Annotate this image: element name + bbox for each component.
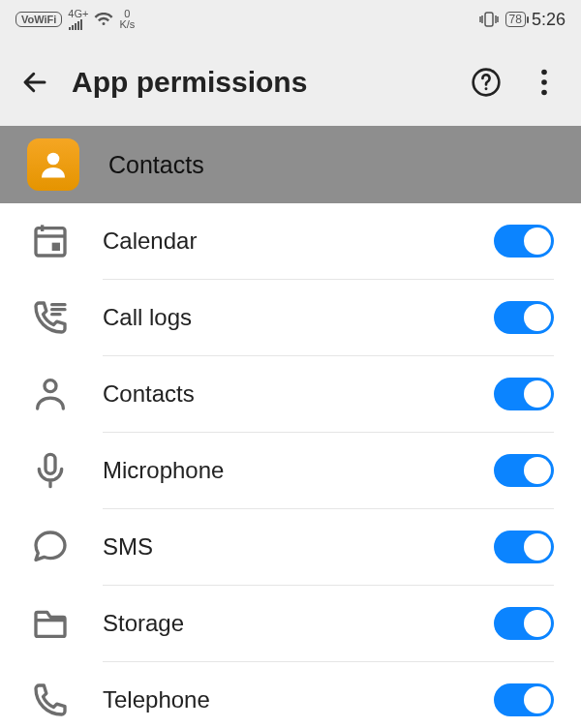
svg-point-4: [541, 79, 547, 85]
permissions-list: Calendar Call logs Contacts Microphone S…: [0, 203, 581, 728]
svg-point-2: [485, 87, 488, 90]
svg-point-5: [541, 90, 547, 96]
vibrate-icon: [478, 12, 500, 27]
permission-row-calendar[interactable]: Calendar: [0, 203, 581, 279]
battery-indicator: 78: [505, 12, 526, 27]
status-left: VoWiFi 4G+ 0 K/s: [15, 9, 135, 31]
wifi-calling-indicator: VoWiFi: [15, 12, 62, 27]
app-name: Contacts: [108, 151, 204, 179]
help-button[interactable]: [467, 63, 505, 102]
permission-label: Storage: [103, 610, 465, 637]
help-icon: [471, 67, 502, 98]
status-right: 78 5:26: [478, 10, 566, 30]
contacts-icon: [27, 375, 74, 413]
clock: 5:26: [532, 10, 566, 30]
permission-row-call-logs[interactable]: Call logs: [0, 280, 581, 355]
permission-toggle[interactable]: [494, 531, 554, 563]
back-button[interactable]: [17, 65, 52, 100]
permission-row-microphone[interactable]: Microphone: [0, 433, 581, 508]
storage-icon: [27, 604, 74, 643]
permission-row-sms[interactable]: SMS: [0, 509, 581, 585]
permission-label: Telephone: [103, 686, 465, 713]
permission-toggle[interactable]: [494, 225, 554, 258]
permission-toggle[interactable]: [494, 683, 554, 716]
page-title: App permissions: [72, 66, 447, 99]
microphone-icon: [27, 451, 74, 490]
overflow-menu-button[interactable]: [525, 63, 564, 102]
svg-rect-7: [36, 228, 65, 256]
permission-label: Call logs: [103, 304, 465, 331]
more-vert-icon: [540, 69, 548, 96]
svg-rect-8: [52, 243, 60, 251]
signal-indicator: 4G+: [68, 9, 88, 31]
app-icon: [27, 138, 79, 191]
arrow-left-icon: [20, 68, 49, 97]
svg-point-6: [47, 153, 60, 166]
wifi-icon: [94, 13, 113, 26]
calendar-icon: [27, 222, 74, 260]
permission-label: Calendar: [103, 228, 465, 255]
permission-row-storage[interactable]: Storage: [0, 586, 581, 661]
network-speed: 0 K/s: [119, 9, 135, 30]
signal-label: 4G+: [68, 8, 88, 19]
sms-icon: [27, 528, 74, 566]
svg-point-9: [45, 380, 56, 392]
permission-row-telephone[interactable]: Telephone: [0, 662, 581, 728]
net-speed-unit: K/s: [119, 19, 135, 30]
call-log-icon: [27, 298, 74, 337]
person-icon: [36, 147, 71, 182]
permission-row-contacts[interactable]: Contacts: [0, 356, 581, 432]
permission-toggle[interactable]: [494, 454, 554, 487]
svg-point-3: [541, 70, 547, 76]
permission-label: Microphone: [103, 457, 465, 484]
permission-label: SMS: [103, 533, 465, 561]
status-bar: VoWiFi 4G+ 0 K/s 78 5:26: [0, 0, 581, 39]
permission-toggle[interactable]: [494, 301, 554, 334]
app-bar: App permissions: [0, 39, 581, 126]
svg-rect-10: [46, 454, 55, 473]
permission-toggle[interactable]: [494, 607, 554, 640]
permission-toggle[interactable]: [494, 378, 554, 410]
permission-label: Contacts: [103, 380, 465, 408]
telephone-icon: [27, 681, 74, 719]
svg-rect-0: [485, 13, 493, 26]
app-header: Contacts: [0, 126, 581, 203]
